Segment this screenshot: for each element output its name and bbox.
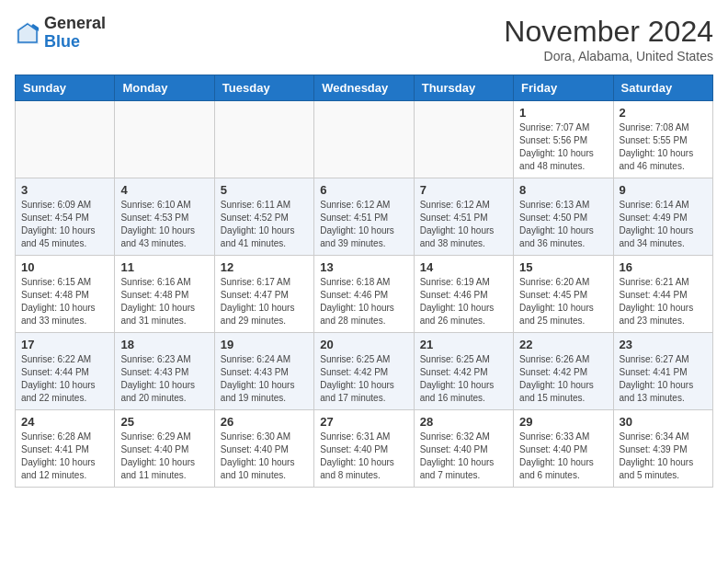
calendar-table: SundayMondayTuesdayWednesdayThursdayFrid… [15,75,713,488]
calendar-cell: 22Sunrise: 6:26 AM Sunset: 4:42 PM Dayli… [514,333,613,410]
day-info: Sunrise: 6:18 AM Sunset: 4:46 PM Dayligh… [320,276,407,327]
calendar-body: 1Sunrise: 7:07 AM Sunset: 5:56 PM Daylig… [16,101,713,488]
day-number: 23 [620,338,707,351]
page-header: General Blue November 2024 Dora, Alabama… [15,15,713,63]
day-info: Sunrise: 6:29 AM Sunset: 4:40 PM Dayligh… [120,431,208,482]
day-number: 7 [420,183,507,197]
calendar-week-row: 10Sunrise: 6:15 AM Sunset: 4:48 PM Dayli… [16,256,713,333]
day-info: Sunrise: 6:24 AM Sunset: 4:43 PM Dayligh… [221,353,308,405]
calendar-cell: 20Sunrise: 6:25 AM Sunset: 4:42 PM Dayli… [314,333,414,410]
day-number: 11 [120,260,208,274]
calendar-week-row: 24Sunrise: 6:28 AM Sunset: 4:41 PM Dayli… [16,410,713,488]
weekday-header-thursday: Thursday [414,75,513,101]
day-info: Sunrise: 6:12 AM Sunset: 4:51 PM Dayligh… [320,199,407,250]
calendar-header: SundayMondayTuesdayWednesdayThursdayFrid… [16,75,713,101]
logo-text: General Blue [44,15,106,52]
calendar-cell: 27Sunrise: 6:31 AM Sunset: 4:40 PM Dayli… [314,410,414,488]
logo: General Blue [15,15,106,52]
calendar-cell: 1Sunrise: 7:07 AM Sunset: 5:56 PM Daylig… [514,101,613,178]
calendar-cell: 26Sunrise: 6:30 AM Sunset: 4:40 PM Dayli… [214,410,313,488]
calendar-cell [314,101,414,178]
calendar-cell [414,101,513,178]
day-info: Sunrise: 6:21 AM Sunset: 4:44 PM Dayligh… [620,276,707,327]
day-number: 29 [519,415,607,429]
day-info: Sunrise: 6:30 AM Sunset: 4:40 PM Dayligh… [221,431,308,482]
calendar-cell: 10Sunrise: 6:15 AM Sunset: 4:48 PM Dayli… [16,256,115,333]
day-number: 10 [21,260,108,274]
calendar-cell: 2Sunrise: 7:08 AM Sunset: 5:55 PM Daylig… [613,101,712,178]
day-info: Sunrise: 6:27 AM Sunset: 4:41 PM Dayligh… [620,353,707,405]
day-number: 27 [320,415,407,429]
calendar-cell [214,101,313,178]
weekday-header-friday: Friday [514,75,613,101]
calendar-week-row: 3Sunrise: 6:09 AM Sunset: 4:54 PM Daylig… [16,178,713,256]
day-info: Sunrise: 6:25 AM Sunset: 4:42 PM Dayligh… [320,353,407,405]
calendar-cell: 28Sunrise: 6:32 AM Sunset: 4:40 PM Dayli… [414,410,513,488]
calendar-week-row: 1Sunrise: 7:07 AM Sunset: 5:56 PM Daylig… [16,101,713,178]
calendar-cell: 25Sunrise: 6:29 AM Sunset: 4:40 PM Dayli… [115,410,214,488]
day-number: 12 [221,260,308,274]
calendar-cell [16,101,115,178]
day-info: Sunrise: 6:15 AM Sunset: 4:48 PM Dayligh… [21,276,108,327]
day-info: Sunrise: 6:25 AM Sunset: 4:42 PM Dayligh… [420,353,507,405]
day-info: Sunrise: 6:10 AM Sunset: 4:53 PM Dayligh… [120,199,208,250]
day-number: 21 [420,338,507,351]
calendar-cell: 14Sunrise: 6:19 AM Sunset: 4:46 PM Dayli… [414,256,513,333]
day-info: Sunrise: 7:07 AM Sunset: 5:56 PM Dayligh… [519,121,607,173]
calendar-cell: 8Sunrise: 6:13 AM Sunset: 4:50 PM Daylig… [514,178,613,256]
day-number: 1 [519,106,607,120]
day-number: 19 [221,338,308,351]
location: Dora, Alabama, United States [504,49,713,63]
calendar-cell: 30Sunrise: 6:34 AM Sunset: 4:39 PM Dayli… [613,410,712,488]
day-info: Sunrise: 6:14 AM Sunset: 4:49 PM Dayligh… [620,199,707,250]
day-info: Sunrise: 6:13 AM Sunset: 4:50 PM Dayligh… [519,199,607,250]
day-number: 18 [120,338,208,351]
day-info: Sunrise: 6:26 AM Sunset: 4:42 PM Dayligh… [519,353,607,405]
day-number: 6 [320,183,407,197]
calendar-cell: 4Sunrise: 6:10 AM Sunset: 4:53 PM Daylig… [115,178,214,256]
day-number: 2 [620,106,707,120]
calendar-cell: 23Sunrise: 6:27 AM Sunset: 4:41 PM Dayli… [613,333,712,410]
day-info: Sunrise: 7:08 AM Sunset: 5:55 PM Dayligh… [620,121,707,173]
month-title: November 2024 [504,15,713,49]
day-info: Sunrise: 6:32 AM Sunset: 4:40 PM Dayligh… [420,431,507,482]
calendar-cell: 16Sunrise: 6:21 AM Sunset: 4:44 PM Dayli… [613,256,712,333]
day-info: Sunrise: 6:16 AM Sunset: 4:48 PM Dayligh… [120,276,208,327]
day-number: 14 [420,260,507,274]
day-info: Sunrise: 6:23 AM Sunset: 4:43 PM Dayligh… [120,353,208,405]
weekday-header-wednesday: Wednesday [314,75,414,101]
day-info: Sunrise: 6:31 AM Sunset: 4:40 PM Dayligh… [320,431,407,482]
day-number: 25 [120,415,208,429]
calendar-cell: 5Sunrise: 6:11 AM Sunset: 4:52 PM Daylig… [214,178,313,256]
calendar-cell: 24Sunrise: 6:28 AM Sunset: 4:41 PM Dayli… [16,410,115,488]
day-info: Sunrise: 6:11 AM Sunset: 4:52 PM Dayligh… [221,199,308,250]
svg-marker-0 [17,22,39,44]
calendar-cell [115,101,214,178]
day-number: 8 [519,183,607,197]
day-info: Sunrise: 6:33 AM Sunset: 4:40 PM Dayligh… [519,431,607,482]
day-number: 26 [221,415,308,429]
calendar-cell: 21Sunrise: 6:25 AM Sunset: 4:42 PM Dayli… [414,333,513,410]
day-number: 28 [420,415,507,429]
day-number: 4 [120,183,208,197]
day-info: Sunrise: 6:22 AM Sunset: 4:44 PM Dayligh… [21,353,108,405]
day-number: 17 [21,338,108,351]
calendar-cell: 19Sunrise: 6:24 AM Sunset: 4:43 PM Dayli… [214,333,313,410]
calendar-cell: 17Sunrise: 6:22 AM Sunset: 4:44 PM Dayli… [16,333,115,410]
calendar-cell: 9Sunrise: 6:14 AM Sunset: 4:49 PM Daylig… [613,178,712,256]
calendar-cell: 12Sunrise: 6:17 AM Sunset: 4:47 PM Dayli… [214,256,313,333]
day-number: 9 [620,183,707,197]
day-number: 20 [320,338,407,351]
day-number: 5 [221,183,308,197]
weekday-header-sunday: Sunday [16,75,115,101]
day-number: 24 [21,415,108,429]
day-info: Sunrise: 6:19 AM Sunset: 4:46 PM Dayligh… [420,276,507,327]
day-info: Sunrise: 6:17 AM Sunset: 4:47 PM Dayligh… [221,276,308,327]
day-info: Sunrise: 6:34 AM Sunset: 4:39 PM Dayligh… [620,431,707,482]
calendar-week-row: 17Sunrise: 6:22 AM Sunset: 4:44 PM Dayli… [16,333,713,410]
day-info: Sunrise: 6:09 AM Sunset: 4:54 PM Dayligh… [21,199,108,250]
calendar-cell: 11Sunrise: 6:16 AM Sunset: 4:48 PM Dayli… [115,256,214,333]
weekday-header-saturday: Saturday [613,75,712,101]
weekday-header-tuesday: Tuesday [214,75,313,101]
weekday-header-row: SundayMondayTuesdayWednesdayThursdayFrid… [16,75,713,101]
